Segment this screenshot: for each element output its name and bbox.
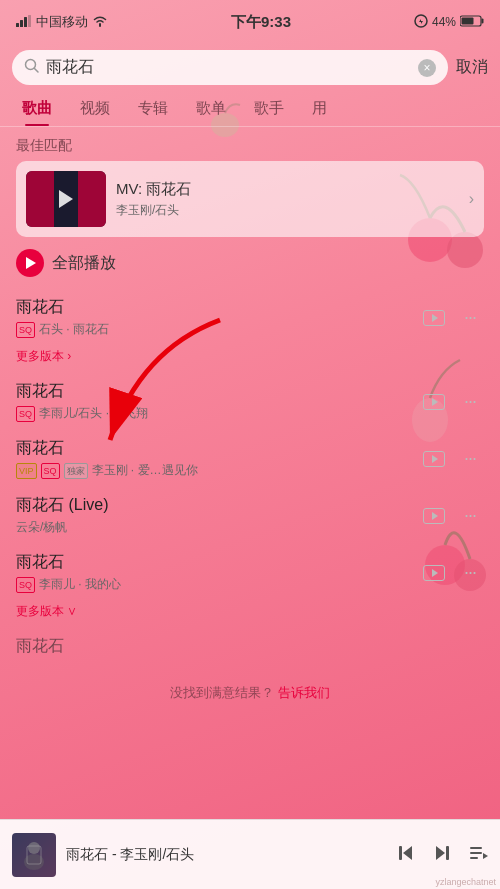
more-version-5[interactable]: 更多版本 ∨: [16, 601, 500, 628]
mv-arrow-icon: ›: [469, 190, 474, 208]
prev-button[interactable]: [396, 843, 416, 867]
svg-rect-25: [470, 852, 482, 854]
dots-icon-3: ···: [464, 448, 476, 469]
svg-rect-21: [399, 846, 402, 860]
song-info-partial: 雨花石: [16, 636, 484, 660]
tab-songs[interactable]: 歌曲: [8, 91, 66, 126]
search-icon: [24, 58, 40, 78]
svg-rect-8: [24, 17, 27, 27]
song-title-1: 雨花石: [16, 297, 412, 318]
svg-rect-13: [462, 17, 474, 24]
player-title: 雨花石 - 李玉刚/石头: [66, 846, 386, 864]
mv-title: MV: 雨花石: [116, 180, 459, 199]
song-info-3: 雨花石 VIP SQ 独家 李玉刚 · 爱…遇见你: [16, 438, 412, 479]
mv-thumbnail: [26, 171, 106, 227]
song-info-2: 雨花石 SQ 李雨儿/石头 · 梦飞翔: [16, 381, 412, 422]
search-results-content: 最佳匹配 MV: 雨花石 李玉刚/石头 › 全部播放 雨花石 SQ 石头 · 雨…: [0, 127, 500, 808]
video-icon-1[interactable]: [420, 304, 448, 332]
video-icon-4[interactable]: [420, 502, 448, 530]
sq-tag-5: SQ: [16, 577, 35, 593]
sq-tag-2: SQ: [16, 406, 35, 422]
song-actions-2: ···: [420, 388, 484, 416]
song-artist-5: 李雨儿 · 我的心: [39, 576, 121, 593]
player-thumbnail: [12, 833, 56, 877]
next-button[interactable]: [432, 843, 452, 867]
battery-info: 44%: [414, 14, 484, 31]
song-item-1[interactable]: 雨花石 SQ 石头 · 雨花石 ···: [0, 289, 500, 346]
more-icon-2[interactable]: ···: [456, 388, 484, 416]
tab-artists[interactable]: 歌手: [240, 91, 298, 126]
bottom-player[interactable]: 雨花石 - 李玉刚/石头 yzlangechatnet: [0, 819, 500, 889]
search-input-wrap[interactable]: 雨花石 ×: [12, 50, 448, 85]
clear-search-button[interactable]: ×: [418, 59, 436, 77]
more-icon-1[interactable]: ···: [456, 304, 484, 332]
dots-icon-2: ···: [464, 391, 476, 412]
player-thumb-img: [12, 833, 56, 877]
svg-marker-22: [436, 846, 445, 860]
song-meta-2: SQ 李雨儿/石头 · 梦飞翔: [16, 405, 412, 422]
sq-tag-3: SQ: [41, 463, 60, 479]
song-info-4: 雨花石 (Live) 云朵/杨帆: [16, 495, 412, 536]
song-title-5: 雨花石: [16, 552, 412, 573]
video-icon-2[interactable]: [420, 388, 448, 416]
svg-marker-27: [483, 853, 488, 859]
tab-playlists[interactable]: 歌单: [182, 91, 240, 126]
carrier-info: 中国移动: [16, 13, 108, 31]
search-bar: 雨花石 × 取消: [0, 44, 500, 91]
video-icon-3[interactable]: [420, 445, 448, 473]
cancel-button[interactable]: 取消: [456, 57, 488, 78]
not-found-text: 没找到满意结果？: [170, 685, 274, 700]
more-icon-3[interactable]: ···: [456, 445, 484, 473]
search-query: 雨花石: [46, 57, 412, 78]
mv-icon-2: [423, 394, 445, 410]
charging-icon: [414, 14, 428, 31]
svg-point-17: [28, 842, 40, 854]
song-title-2: 雨花石: [16, 381, 412, 402]
song-artist-1: 石头 · 雨花石: [39, 321, 109, 338]
tabs-bar: 歌曲 视频 专辑 歌单 歌手 用: [0, 91, 500, 127]
mv-icon-4: [423, 508, 445, 524]
video-icon-5[interactable]: [420, 559, 448, 587]
not-found-link[interactable]: 告诉我们: [278, 685, 330, 700]
svg-rect-7: [20, 20, 23, 27]
tab-more[interactable]: 用: [298, 91, 341, 126]
dots-icon-4: ···: [464, 505, 476, 526]
song-actions-5: ···: [420, 559, 484, 587]
song-actions-3: ···: [420, 445, 484, 473]
svg-rect-26: [470, 857, 478, 859]
svg-rect-9: [28, 15, 31, 27]
song-meta-5: SQ 李雨儿 · 我的心: [16, 576, 412, 593]
vip-tag: VIP: [16, 463, 37, 479]
tab-videos[interactable]: 视频: [66, 91, 124, 126]
mv-play-icon: [59, 190, 73, 208]
best-match-label: 最佳匹配: [0, 127, 500, 161]
battery-percent: 44%: [432, 15, 456, 29]
best-match-card[interactable]: MV: 雨花石 李玉刚/石头 ›: [16, 161, 484, 237]
more-version-1[interactable]: 更多版本 ›: [16, 346, 500, 373]
player-info: 雨花石 - 李玉刚/石头: [66, 846, 386, 864]
more-icon-4[interactable]: ···: [456, 502, 484, 530]
song-item-4[interactable]: 雨花石 (Live) 云朵/杨帆 ···: [0, 487, 500, 544]
mv-subtitle: 李玉刚/石头: [116, 202, 459, 219]
more-icon-5[interactable]: ···: [456, 559, 484, 587]
tab-albums[interactable]: 专辑: [124, 91, 182, 126]
mv-icon: [423, 310, 445, 326]
song-info-1: 雨花石 SQ 石头 · 雨花石: [16, 297, 412, 338]
svg-marker-20: [403, 846, 412, 860]
song-title-partial: 雨花石: [16, 636, 484, 657]
song-title-4: 雨花石 (Live): [16, 495, 412, 516]
song-meta-1: SQ 石头 · 雨花石: [16, 321, 412, 338]
song-item-3[interactable]: 雨花石 VIP SQ 独家 李玉刚 · 爱…遇见你 ···: [0, 430, 500, 487]
playlist-button[interactable]: [468, 843, 488, 867]
svg-line-15: [35, 68, 39, 72]
song-actions-1: ···: [420, 304, 484, 332]
svg-rect-24: [470, 847, 482, 849]
status-bar: 中国移动 下午9:33 44%: [0, 0, 500, 44]
song-item-5[interactable]: 雨花石 SQ 李雨儿 · 我的心 ···: [0, 544, 500, 601]
song-meta-4: 云朵/杨帆: [16, 519, 412, 536]
song-item-partial[interactable]: 雨花石: [0, 628, 500, 668]
play-all-button[interactable]: 全部播放: [0, 237, 500, 289]
signal-bars: [16, 15, 32, 30]
song-item-2[interactable]: 雨花石 SQ 李雨儿/石头 · 梦飞翔 ···: [0, 373, 500, 430]
svg-rect-23: [446, 846, 449, 860]
